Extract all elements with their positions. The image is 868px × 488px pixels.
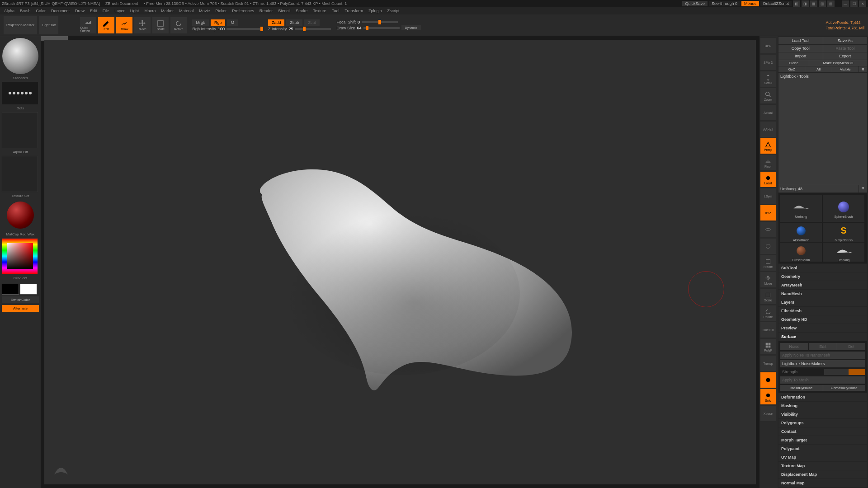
projection-master-button[interactable]: Projection Master [4,16,37,34]
draw-mode-button[interactable]: Draw [116,17,132,33]
aahalf-button[interactable]: AAHalf [760,122,776,137]
ghost-icon[interactable] [760,372,776,388]
noise-del-button[interactable]: Del [837,343,865,350]
section-arraymesh[interactable]: ArrayMesh [778,281,867,289]
menu-item[interactable]: Material [177,9,196,13]
polyf-button[interactable]: PolyF [760,339,776,354]
viewport[interactable] [44,40,756,484]
seethrough-slider[interactable]: See-through 0 [709,1,740,6]
local-button[interactable]: Local [760,172,776,187]
stroke-preview[interactable] [2,82,38,104]
frame-button[interactable]: Frame [760,255,776,271]
lightbox-noisemakers-button[interactable]: Lightbox › NoiseMakers [780,360,865,367]
save-as-button[interactable]: Save As [823,37,868,44]
apply-to-mesh-button[interactable]: Apply To Mesh [780,376,865,384]
draw-size-slider[interactable] [363,27,400,29]
transp-button[interactable]: Transp [760,356,776,371]
xyz-button[interactable]: XYZ [760,205,776,221]
section-uvmap[interactable]: UV Map [778,453,867,461]
tool-thumb[interactable]: Umhang [823,243,864,262]
move-mode-button[interactable]: Move [134,17,151,33]
scroll-button[interactable]: Scroll [760,71,776,87]
move-button[interactable]: Move [760,272,776,287]
color-swatch-secondary[interactable] [20,284,37,295]
import-button[interactable]: Import [778,52,823,60]
lsym-button[interactable]: LSym [760,188,776,204]
menu-item[interactable]: Preferences [230,9,256,13]
section-deformation[interactable]: Deformation [778,393,867,401]
section-visibility[interactable]: Visibility [778,410,867,418]
menu-item[interactable]: Document [49,9,72,13]
menu-item[interactable]: Marker [159,9,176,13]
float-icon[interactable]: ◧ [793,0,800,7]
paste-tool-button[interactable]: Paste Tool [823,45,868,52]
menus-toggle[interactable]: Menus [741,1,759,6]
section-normalmap[interactable]: Normal Map [778,479,867,487]
rotate-mode-button[interactable]: Rotate [170,17,187,33]
actual-button[interactable]: Actual [760,105,776,120]
quicksave-button[interactable]: QuickSave [682,1,708,6]
load-tool-button[interactable]: Load Tool [778,37,823,44]
tool-thumb[interactable]: AlphaBrush [780,223,822,242]
mrgb-button[interactable]: Mrgb [192,19,209,26]
menu-item[interactable]: Edit [88,9,99,13]
menu-item[interactable]: Alpha [2,9,17,13]
menu-item[interactable]: Layer [112,9,127,13]
color-picker[interactable] [2,238,38,274]
rgb-button[interactable]: Rgb [211,19,226,26]
tool-thumb[interactable]: Umhang [780,195,822,222]
menu-item[interactable]: File [100,9,112,13]
section-layers[interactable]: Layers [778,298,867,306]
zadd-button[interactable]: Zadd [268,19,285,26]
persp-button[interactable]: Persp [760,138,776,154]
focal-shift-slider[interactable] [362,21,398,23]
texture-slot[interactable] [2,156,38,192]
menu-item[interactable]: Zscript [385,9,402,13]
solo-button[interactable]: Solo [760,389,776,404]
tool-thumb[interactable]: SphereBrush [823,195,864,222]
float-icon[interactable]: ◨ [802,0,809,7]
menu-item[interactable]: Transform [342,9,365,13]
m-button[interactable]: M [227,19,238,26]
menu-item[interactable]: Light [128,9,142,13]
section-fibermesh[interactable]: FiberMesh [778,307,867,315]
noise-edit-button[interactable]: Edit [809,343,837,350]
gradient-label[interactable]: Gradient [2,276,39,280]
section-geometry[interactable]: Geometry [778,272,867,281]
dock-icon[interactable]: ▥ [819,0,826,7]
menu-item[interactable]: Draw [73,9,87,13]
section-morphtarget[interactable]: Morph Target [778,436,867,444]
menu-item[interactable]: Render [257,9,275,13]
tool-thumb[interactable]: S SimpleBrush [823,223,864,242]
lightbox-button[interactable]: LightBox [39,16,58,34]
linefill-button[interactable]: Line Fill [760,322,776,338]
rotate-button[interactable]: Rotate [760,305,776,321]
section-polypaint[interactable]: Polypaint [778,445,867,453]
section-displacementmap[interactable]: Displacement Map [778,470,867,479]
rgb-intensity-slider[interactable] [226,28,263,30]
switchcolor-button[interactable]: SwitchColor [2,296,39,303]
dynamic-toggle[interactable]: Dynamic [401,25,421,30]
menu-item[interactable]: Zplugin [366,9,384,13]
menu-item[interactable]: Stroke [293,9,310,13]
rotate-y-icon[interactable] [760,222,776,237]
alpha-slot[interactable] [2,112,38,148]
goz-r-button[interactable]: R [859,66,867,72]
menu-item[interactable]: Color [34,9,48,13]
section-contact[interactable]: Contact [778,427,867,436]
tool-r-button[interactable]: R [859,185,867,192]
zoom-button[interactable]: Zoom [760,88,776,103]
menu-item[interactable]: Tool [330,9,342,13]
dock-icon[interactable]: ▦ [810,0,817,7]
close-icon[interactable]: ✕ [859,0,866,7]
section-surface[interactable]: Surface [778,333,867,341]
maximize-icon[interactable]: ☐ [850,0,858,7]
section-nanomesh[interactable]: NanoMesh [778,290,867,298]
alternate-button[interactable]: Alternate [2,305,39,312]
section-polygroups[interactable]: Polygroups [778,419,867,427]
strength-slider[interactable] [824,369,866,375]
z-intensity-slider[interactable] [295,28,331,30]
bpr-button[interactable]: BPR [760,38,776,53]
zcut-button[interactable]: Zcut [304,19,320,26]
lightbox-tools-button[interactable]: Lightbox › Tools [778,73,867,185]
